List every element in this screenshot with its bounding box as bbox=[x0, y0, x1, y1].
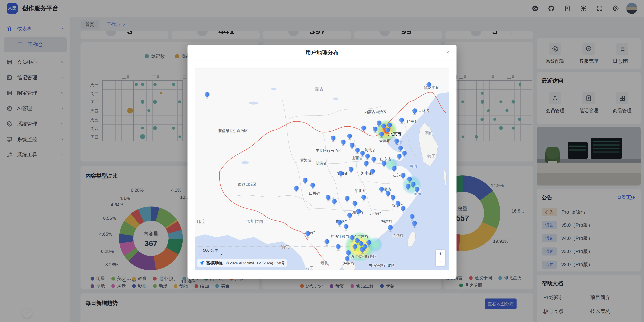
map-pin[interactable] bbox=[412, 221, 417, 227]
map-pin[interactable] bbox=[379, 187, 384, 193]
map-pin[interactable] bbox=[412, 108, 417, 115]
map-pin[interactable] bbox=[306, 231, 310, 237]
map-pin[interactable] bbox=[362, 195, 366, 201]
map-label-黄海: 黄海 bbox=[410, 164, 418, 169]
map-pin[interactable] bbox=[355, 148, 360, 154]
map-pin[interactable] bbox=[360, 247, 365, 253]
map-pin[interactable] bbox=[377, 121, 381, 127]
map-pin[interactable] bbox=[350, 235, 354, 241]
map-pin[interactable] bbox=[360, 151, 365, 157]
map-pin[interactable] bbox=[410, 214, 414, 220]
map-scale-text: 500 公里 bbox=[200, 248, 222, 253]
map-pin[interactable] bbox=[406, 184, 410, 190]
map-pin[interactable] bbox=[379, 132, 384, 138]
map-pin[interactable] bbox=[366, 240, 371, 246]
map-label-宁夏回族自治区: 宁夏回族自治区 bbox=[316, 148, 342, 153]
map-pin[interactable] bbox=[401, 173, 406, 179]
map-pin[interactable] bbox=[390, 195, 395, 201]
map-label-辽宁省: 辽宁省 bbox=[407, 119, 418, 124]
map-pin[interactable] bbox=[336, 244, 340, 250]
map-pin[interactable] bbox=[370, 169, 375, 175]
map-pin[interactable] bbox=[352, 244, 357, 250]
map-pin[interactable] bbox=[402, 151, 407, 157]
zoom-out-button[interactable]: − bbox=[436, 258, 445, 266]
map-label-澳门特别行政区: 澳门特别行政区 bbox=[351, 254, 377, 259]
map-label-台湾省: 台湾省 bbox=[392, 233, 403, 238]
map-pin[interactable] bbox=[362, 126, 366, 132]
map-label-天津市: 天津市 bbox=[379, 138, 390, 143]
map-label-内蒙古自治区: 内蒙古自治区 bbox=[364, 109, 386, 115]
map-pin[interactable] bbox=[344, 224, 348, 230]
map-pin[interactable] bbox=[387, 123, 392, 129]
map-copyright: © 2026 AutoNavi - GS(2024)1158号 bbox=[226, 260, 285, 266]
map-canvas[interactable]: 500 公里 高德地图 © 2026 AutoNavi - GS(2024)11… bbox=[195, 69, 449, 270]
map-pin[interactable] bbox=[388, 225, 393, 231]
zoom-in-button[interactable]: + bbox=[436, 250, 445, 258]
map-pin[interactable] bbox=[373, 127, 378, 133]
map-scale: 500 公里 bbox=[200, 248, 222, 255]
amap-logo: 高德地图 bbox=[199, 260, 224, 266]
screen: 来因 创作服务平台 仪表盘工作台会员中心笔记管理闲宝管理AI管理系统管理系统监控… bbox=[0, 0, 644, 322]
map-pin[interactable] bbox=[401, 206, 406, 212]
map-pin[interactable] bbox=[350, 143, 354, 149]
map-label-吉林省: 吉林省 bbox=[418, 108, 429, 114]
modal-title: 用户地理分布 bbox=[306, 49, 338, 56]
map-label-青海省: 青海省 bbox=[300, 158, 312, 163]
map-pin[interactable] bbox=[294, 186, 299, 192]
map-pin[interactable] bbox=[347, 213, 352, 219]
map-pin[interactable] bbox=[324, 239, 329, 245]
map-label-福建省: 福建省 bbox=[381, 219, 392, 224]
map-pin[interactable] bbox=[349, 167, 353, 173]
map-pin[interactable] bbox=[397, 154, 402, 160]
geo-distribution-modal: 用户地理分布 × bbox=[188, 45, 456, 279]
modal-header: 用户地理分布 × bbox=[188, 45, 456, 61]
map-label-孟加拉国: 孟加拉国 bbox=[246, 219, 263, 224]
map-pin[interactable] bbox=[394, 139, 399, 145]
map-zoom-control: + − bbox=[436, 250, 445, 266]
map-label-新疆维吾尔自治区: 新疆维吾尔自治区 bbox=[218, 128, 248, 133]
map-pin[interactable] bbox=[426, 82, 431, 88]
map-pin[interactable] bbox=[372, 157, 376, 163]
map-label-四川省: 四川省 bbox=[309, 191, 320, 196]
map-pin[interactable] bbox=[345, 196, 350, 202]
map-pin[interactable] bbox=[310, 183, 315, 189]
map-label-缅甸: 缅甸 bbox=[281, 244, 289, 249]
map-pin[interactable] bbox=[415, 187, 420, 193]
amap-plane-icon bbox=[199, 260, 204, 266]
map-pin[interactable] bbox=[331, 136, 336, 142]
map-label-泰国: 泰国 bbox=[305, 265, 314, 270]
map-label-蒙古: 蒙古 bbox=[315, 86, 324, 92]
map-label-湖北省: 湖北省 bbox=[354, 188, 366, 193]
map-pin[interactable] bbox=[326, 195, 330, 201]
map-pin[interactable] bbox=[382, 161, 386, 167]
map-label-香港特别行政区: 香港特别行政区 bbox=[369, 263, 394, 268]
map-label-西藏自治区: 西藏自治区 bbox=[238, 182, 256, 187]
map-pin[interactable] bbox=[303, 178, 308, 184]
map-pin[interactable] bbox=[338, 171, 343, 177]
map-label-北京市: 北京市 bbox=[388, 131, 402, 137]
map-label-老挝: 老挝 bbox=[320, 260, 329, 266]
map-pin[interactable] bbox=[337, 220, 342, 226]
map-label-河北省: 河北省 bbox=[365, 148, 376, 153]
map-pin[interactable] bbox=[386, 191, 390, 197]
map-label-韩国: 韩国 bbox=[427, 153, 436, 159]
map-label-江西省: 江西省 bbox=[370, 211, 381, 216]
map-label-印度: 印度 bbox=[197, 219, 206, 224]
map-label-朝鲜: 朝鲜 bbox=[425, 130, 433, 136]
close-icon[interactable]: × bbox=[446, 49, 450, 55]
map-pin[interactable] bbox=[352, 201, 357, 207]
map-pin[interactable] bbox=[399, 118, 404, 124]
map-attribution: 高德地图 © 2026 AutoNavi - GS(2024)1158号 bbox=[197, 259, 287, 267]
map-pin[interactable] bbox=[347, 134, 352, 140]
map-pin[interactable] bbox=[332, 199, 337, 205]
map-pin[interactable] bbox=[341, 140, 346, 146]
map-pin[interactable] bbox=[365, 154, 370, 160]
map-pin[interactable] bbox=[356, 209, 361, 215]
map-pin[interactable] bbox=[392, 166, 397, 172]
map-pin[interactable] bbox=[396, 201, 400, 207]
map-base-layer bbox=[195, 69, 449, 270]
map-pin[interactable] bbox=[345, 256, 350, 262]
map-pin[interactable] bbox=[364, 161, 368, 167]
map-pin[interactable] bbox=[346, 250, 351, 256]
map-pin[interactable] bbox=[205, 92, 210, 98]
